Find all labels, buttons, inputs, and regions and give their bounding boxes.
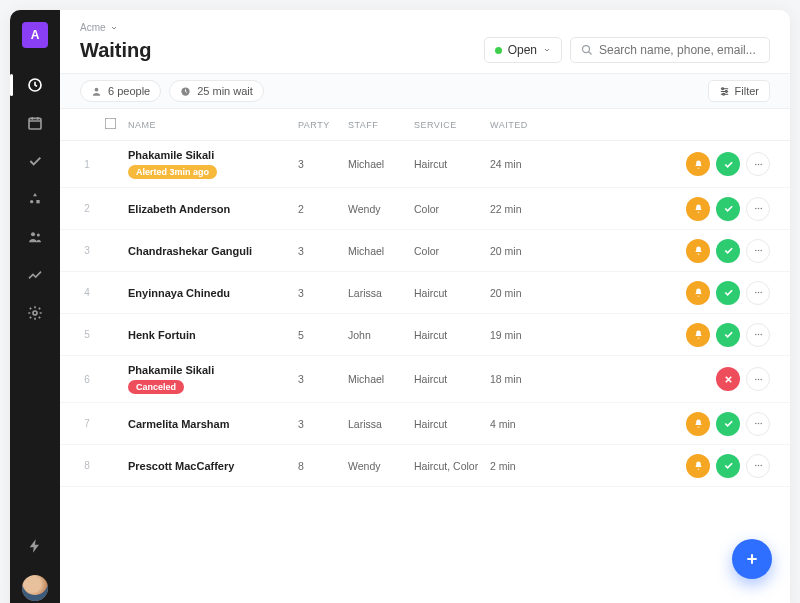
svg-point-25 <box>754 334 756 336</box>
svg-point-15 <box>760 163 762 165</box>
row-number: 3 <box>70 245 104 256</box>
select-all-checkbox[interactable] <box>105 118 117 130</box>
waitlist-table: NAME PARTY STAFF SERVICE WAITED 1Phakami… <box>60 109 790 487</box>
page-title: Waiting <box>80 39 151 62</box>
svg-point-28 <box>754 378 756 380</box>
filter-button[interactable]: Filter <box>708 80 770 102</box>
cell-staff: John <box>348 329 414 341</box>
cell-party: 3 <box>298 245 348 257</box>
user-avatar[interactable] <box>22 575 48 601</box>
cell-party: 3 <box>298 418 348 430</box>
cell-party: 2 <box>298 203 348 215</box>
alert-button[interactable] <box>686 412 710 436</box>
serve-button[interactable] <box>716 239 740 263</box>
more-button[interactable] <box>746 281 770 305</box>
svg-point-34 <box>754 465 756 467</box>
clock-icon <box>180 86 191 97</box>
cell-waited: 4 min <box>490 418 560 430</box>
more-button[interactable] <box>746 152 770 176</box>
row-number: 2 <box>70 203 104 214</box>
alert-button[interactable] <box>686 454 710 478</box>
nav-customers[interactable] <box>10 218 60 256</box>
cell-staff: Wendy <box>348 460 414 472</box>
serve-button[interactable] <box>716 197 740 221</box>
svg-point-7 <box>583 46 590 53</box>
serve-button[interactable] <box>716 454 740 478</box>
breadcrumb-org: Acme <box>80 22 106 33</box>
nav-analytics[interactable] <box>10 256 60 294</box>
cell-party: 3 <box>298 373 348 385</box>
users-icon <box>27 229 43 245</box>
svg-point-23 <box>757 292 759 294</box>
cell-party: 3 <box>298 287 348 299</box>
svg-point-11 <box>725 90 727 92</box>
app-logo[interactable]: A <box>22 22 48 48</box>
cell-service: Haircut <box>414 329 490 341</box>
svg-point-14 <box>757 163 759 165</box>
chevron-down-icon <box>110 24 118 32</box>
more-button[interactable] <box>746 367 770 391</box>
svg-point-30 <box>760 378 762 380</box>
table-row[interactable]: 1Phakamile SikaliAlerted 3min ago3Michae… <box>60 141 790 188</box>
cell-party: 8 <box>298 460 348 472</box>
more-button[interactable] <box>746 197 770 221</box>
search-input[interactable] <box>599 43 759 57</box>
nav-waitlist[interactable] <box>10 66 60 104</box>
cell-waited: 20 min <box>490 287 560 299</box>
nav-calendar[interactable] <box>10 104 60 142</box>
cell-waited: 18 min <box>490 373 560 385</box>
cell-name: Phakamile SikaliAlerted 3min ago <box>128 149 298 179</box>
alert-button[interactable] <box>686 239 710 263</box>
nav-tasks[interactable] <box>10 142 60 180</box>
cell-waited: 20 min <box>490 245 560 257</box>
svg-point-10 <box>721 87 723 89</box>
row-number: 4 <box>70 287 104 298</box>
serve-button[interactable] <box>716 323 740 347</box>
cell-staff: Michael <box>348 158 414 170</box>
alert-button[interactable] <box>686 197 710 221</box>
more-button[interactable] <box>746 239 770 263</box>
table-row[interactable]: 3Chandrashekar Ganguli3MichaelColor20 mi… <box>60 230 790 272</box>
breadcrumb[interactable]: Acme <box>80 22 118 33</box>
status-dropdown[interactable]: Open <box>484 37 562 63</box>
table-row[interactable]: 6Phakamile SikaliCanceled3MichaelHaircut… <box>60 356 790 403</box>
row-actions <box>660 281 770 305</box>
row-actions <box>660 412 770 436</box>
table-header: NAME PARTY STAFF SERVICE WAITED <box>60 109 790 141</box>
table-row[interactable]: 8Prescott MacCaffery8WendyHaircut, Color… <box>60 445 790 487</box>
alert-button[interactable] <box>686 281 710 305</box>
svg-point-19 <box>754 250 756 252</box>
cancel-button[interactable] <box>716 367 740 391</box>
cell-waited: 19 min <box>490 329 560 341</box>
more-button[interactable] <box>746 323 770 347</box>
alert-button[interactable] <box>686 323 710 347</box>
svg-point-5 <box>37 233 40 236</box>
nav-settings[interactable] <box>10 294 60 332</box>
sidebar: A <box>10 10 60 603</box>
table-row[interactable]: 7Carmelita Marsham3LarissaHaircut4 min <box>60 403 790 445</box>
more-button[interactable] <box>746 454 770 478</box>
nav-services[interactable] <box>10 180 60 218</box>
alert-button[interactable] <box>686 152 710 176</box>
table-row[interactable]: 4Enyinnaya Chinedu3LarissaHaircut20 min <box>60 272 790 314</box>
cell-name: Phakamile SikaliCanceled <box>128 364 298 394</box>
status-label: Open <box>508 43 537 57</box>
cell-name: Enyinnaya Chinedu <box>128 287 298 299</box>
search-box[interactable] <box>570 37 770 63</box>
svg-point-8 <box>95 87 99 91</box>
add-fab[interactable] <box>732 539 772 579</box>
svg-point-18 <box>760 208 762 210</box>
svg-point-35 <box>757 465 759 467</box>
svg-point-32 <box>757 423 759 425</box>
row-number: 1 <box>70 159 104 170</box>
cell-service: Haircut <box>414 287 490 299</box>
table-row[interactable]: 5Henk Fortuin5JohnHaircut19 min <box>60 314 790 356</box>
table-row[interactable]: 2Elizabeth Anderson2WendyColor22 min <box>60 188 790 230</box>
serve-button[interactable] <box>716 152 740 176</box>
serve-button[interactable] <box>716 412 740 436</box>
svg-point-4 <box>31 232 35 236</box>
more-button[interactable] <box>746 412 770 436</box>
svg-point-29 <box>757 378 759 380</box>
nav-power[interactable] <box>10 527 60 565</box>
serve-button[interactable] <box>716 281 740 305</box>
